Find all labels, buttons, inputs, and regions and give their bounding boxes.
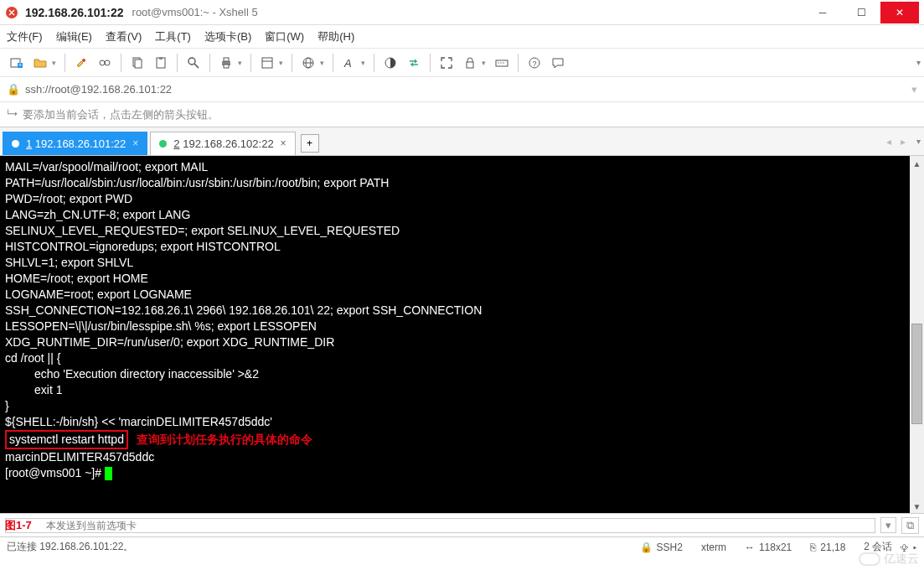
- print-icon[interactable]: [216, 53, 236, 73]
- svg-rect-8: [135, 60, 142, 68]
- tab-index: 1: [26, 137, 32, 150]
- hint-arrow-icon[interactable]: ⮡: [7, 108, 18, 121]
- print-dropdown-icon[interactable]: ▾: [238, 59, 245, 67]
- window-title: root@vms001:~ - Xshell 5: [132, 6, 258, 18]
- status-bar: 已连接 192.168.26.101:22。 🔒SSH2 xterm ↔ 118…: [0, 536, 924, 557]
- color-icon[interactable]: [380, 53, 400, 73]
- terminal-line: SHLVL=1; export SHLVL: [5, 255, 919, 271]
- svg-point-5: [100, 60, 105, 65]
- window-host: 192.168.26.101:22: [25, 6, 124, 19]
- svg-point-26: [500, 62, 501, 63]
- scroll-thumb[interactable]: [911, 324, 922, 424]
- disconnect-icon[interactable]: [95, 53, 115, 73]
- open-dropdown-icon[interactable]: ▾: [52, 59, 59, 67]
- address-url[interactable]: ssh://root@192.168.26.101:22: [25, 83, 172, 96]
- globe-icon[interactable]: [298, 53, 318, 73]
- tab-nav-arrows[interactable]: ◂ ▸: [886, 136, 909, 148]
- paste-icon[interactable]: [151, 53, 171, 73]
- terminal-line: XDG_RUNTIME_DIR=/run/user/0; export XDG_…: [5, 334, 919, 350]
- menu-view[interactable]: 查看(V): [106, 29, 142, 44]
- properties-dropdown-icon[interactable]: ▾: [279, 59, 286, 67]
- new-session-icon[interactable]: +: [7, 53, 27, 73]
- terminal-line: marcinDELIMITER457d5ddc: [5, 449, 919, 465]
- chat-icon[interactable]: [548, 53, 568, 73]
- connect-icon[interactable]: [71, 53, 91, 73]
- copy-icon[interactable]: [127, 53, 147, 73]
- toolbar-overflow-icon[interactable]: ▾: [916, 58, 921, 67]
- address-overflow-icon[interactable]: ▾: [911, 83, 917, 96]
- highlight-annotation: 查询到计划任务执行的具体的命令: [128, 433, 313, 446]
- send-popout-icon[interactable]: ⧉: [901, 517, 919, 534]
- terminal-line: cd /root || {: [5, 350, 919, 366]
- svg-rect-10: [159, 57, 163, 60]
- terminal-cursor: [105, 467, 112, 480]
- menu-tabs[interactable]: 选项卡(B): [204, 29, 251, 44]
- lock-dropdown-icon[interactable]: ▾: [482, 59, 488, 67]
- search-icon[interactable]: [183, 53, 204, 73]
- watermark-text: 亿速云: [884, 552, 919, 567]
- hint-bar: ⮡ 要添加当前会话，点击左侧的箭头按钮。: [0, 102, 924, 127]
- properties-icon[interactable]: [257, 53, 277, 73]
- help-icon[interactable]: ?: [524, 53, 545, 73]
- svg-rect-16: [262, 58, 272, 68]
- menu-edit[interactable]: 编辑(E): [56, 29, 92, 44]
- terminal-line: HISTCONTROL=ignoredups; export HISTCONTR…: [5, 239, 919, 255]
- status-cursor: ⎘ 21,18: [810, 542, 845, 553]
- toolbar: + ▾ ▾ ▾ ▾ A▾ ▾ ? ▾: [0, 49, 924, 77]
- address-bar: 🔒 ssh://root@192.168.26.101:22 ▾: [0, 77, 924, 102]
- app-icon: [5, 6, 18, 19]
- terminal-line: }: [5, 398, 919, 414]
- font-icon[interactable]: A: [339, 53, 359, 73]
- terminal-line: MAIL=/var/spool/mail/root; export MAIL: [5, 159, 919, 175]
- terminal-line: LANG=zh_CN.UTF-8; export LANG: [5, 207, 919, 223]
- fullscreen-icon[interactable]: [436, 53, 457, 73]
- minimize-button[interactable]: ─: [803, 2, 842, 23]
- add-tab-button[interactable]: +: [301, 134, 319, 153]
- status-protocol: 🔒SSH2: [640, 542, 683, 553]
- tab-close-icon[interactable]: ×: [281, 137, 286, 149]
- menu-bar: 文件(F) 编辑(E) 查看(V) 工具(T) 选项卡(B) 窗口(W) 帮助(…: [0, 25, 924, 49]
- font-dropdown-icon[interactable]: ▾: [361, 59, 368, 67]
- svg-point-25: [498, 62, 498, 63]
- hint-text: 要添加当前会话，点击左侧的箭头按钮。: [23, 107, 219, 122]
- send-input[interactable]: [5, 518, 875, 533]
- tab-label: 192.168.26.102:22: [183, 137, 273, 150]
- terminal-line: [root@vms001 ~]#: [5, 465, 919, 481]
- status-term: xterm: [701, 542, 726, 553]
- maximize-button[interactable]: ☐: [842, 2, 880, 23]
- lock-icon[interactable]: [460, 53, 480, 73]
- session-tab-1[interactable]: 1 192.168.26.101:22 ×: [3, 132, 147, 155]
- tab-close-icon[interactable]: ×: [132, 137, 138, 149]
- menu-help[interactable]: 帮助(H): [317, 29, 354, 44]
- ssh-icon: 🔒: [640, 542, 653, 553]
- send-dropdown-icon[interactable]: ▾: [880, 517, 896, 533]
- transfer-icon[interactable]: [404, 53, 424, 73]
- terminal-line: SSH_CONNECTION=192.168.26.1\ 2966\ 192.1…: [5, 303, 919, 319]
- open-icon[interactable]: [30, 53, 50, 73]
- terminal-scrollbar[interactable]: ▲ ▼: [910, 156, 924, 513]
- menu-tools[interactable]: 工具(T): [155, 29, 191, 44]
- terminal-line: LOGNAME=root; export LOGNAME: [5, 287, 919, 303]
- watermark: 亿速云: [859, 552, 919, 567]
- svg-point-27: [503, 62, 503, 63]
- globe-dropdown-icon[interactable]: ▾: [320, 59, 327, 67]
- tab-index: 2: [173, 137, 179, 150]
- terminal-line: SELINUX_LEVEL_REQUESTED=; export SELINUX…: [5, 223, 919, 239]
- svg-text:+: +: [18, 62, 22, 68]
- scroll-down-icon[interactable]: ▼: [910, 499, 924, 513]
- figure-label: 图1-7: [5, 518, 32, 533]
- menu-file[interactable]: 文件(F): [7, 29, 43, 44]
- svg-line-12: [194, 64, 199, 68]
- title-bar: 192.168.26.101:22 root@vms001:~ - Xshell…: [0, 0, 924, 25]
- highlighted-command: systemctl restart httpd: [5, 430, 128, 449]
- scroll-up-icon[interactable]: ▲: [910, 156, 924, 170]
- close-button[interactable]: ✕: [880, 2, 919, 23]
- session-tab-2[interactable]: 2 192.168.26.102:22 ×: [150, 132, 295, 155]
- status-connected: 已连接 192.168.26.101:22。: [7, 540, 133, 554]
- terminal-output[interactable]: MAIL=/var/spool/mail/root; export MAILPA…: [0, 156, 924, 513]
- menu-window[interactable]: 窗口(W): [265, 29, 304, 44]
- terminal-line: exit 1: [5, 382, 919, 398]
- keyboard-icon[interactable]: [492, 53, 512, 73]
- svg-text:A: A: [343, 57, 352, 70]
- tab-menu-icon[interactable]: ▾: [916, 137, 921, 146]
